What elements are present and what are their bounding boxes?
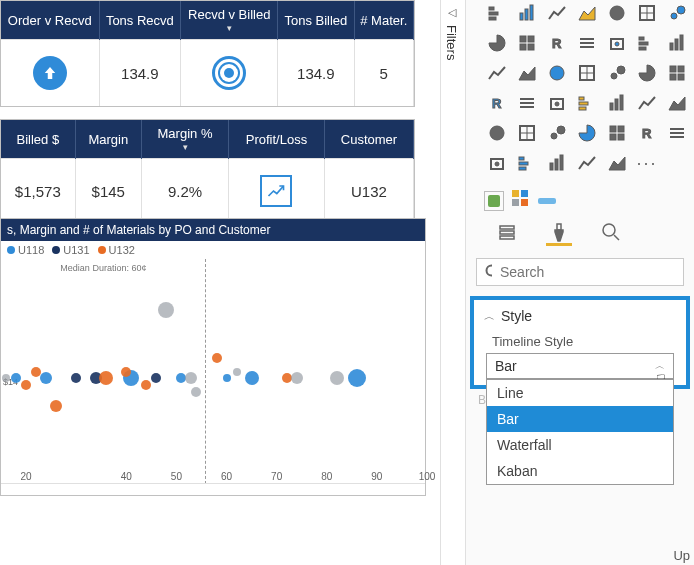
card-icon[interactable] (514, 90, 540, 116)
timeline-style-dropdown[interactable]: Bar ︿ ☟ LineBarWaterfallKaban (486, 353, 674, 379)
powerapps-icon[interactable] (664, 120, 690, 146)
funnel-icon[interactable] (634, 60, 660, 86)
filled-map-icon[interactable] (604, 60, 630, 86)
data-point[interactable] (245, 371, 259, 385)
r-visual-icon[interactable] (664, 90, 690, 116)
key-influencer-icon[interactable] (514, 120, 540, 146)
paginated-icon[interactable] (604, 120, 630, 146)
col-header[interactable]: Tons Billed (278, 1, 354, 40)
donut-icon[interactable] (514, 60, 540, 86)
multi-row-card-icon[interactable] (544, 90, 570, 116)
format-tab[interactable] (546, 220, 572, 246)
data-point[interactable] (348, 369, 366, 387)
data-point[interactable] (191, 387, 201, 397)
col-header[interactable]: Margin (75, 120, 141, 159)
scatter-chart-visual[interactable]: s, Margin and # of Materials by PO and C… (0, 218, 426, 496)
col-header[interactable]: Order v Recvd (1, 1, 99, 40)
line-toggle-icon[interactable] (538, 198, 556, 204)
more-icon[interactable]: ··· (634, 150, 660, 176)
area-chart-icon[interactable] (514, 30, 540, 56)
arcgis-icon[interactable]: R (634, 120, 660, 146)
python-icon[interactable] (484, 120, 510, 146)
expand-pane-icon[interactable]: ◁ (448, 6, 456, 19)
data-point[interactable] (330, 371, 344, 385)
treemap-icon[interactable] (544, 60, 570, 86)
data-point[interactable] (212, 353, 222, 363)
stacked-column-icon[interactable] (544, 0, 570, 26)
anomaly-icon[interactable] (604, 150, 630, 176)
svg-rect-32 (678, 66, 684, 72)
line-chart-icon[interactable] (484, 30, 510, 56)
get-visual-icon[interactable] (484, 191, 504, 211)
matrix-icon[interactable] (634, 90, 660, 116)
col-header[interactable]: Profit/Loss (229, 120, 325, 159)
data-point[interactable] (40, 372, 52, 384)
scatter-icon[interactable] (664, 30, 690, 56)
data-point[interactable] (99, 371, 113, 385)
col-header[interactable]: Margin %▾ (141, 120, 228, 159)
svg-rect-5 (530, 5, 533, 20)
page-nav-icon[interactable] (544, 150, 570, 176)
hierarchy-icon[interactable] (484, 150, 510, 176)
clustered-column-icon[interactable] (574, 0, 600, 26)
qna-icon[interactable] (574, 120, 600, 146)
dropdown-option[interactable]: Waterfall (487, 432, 673, 458)
data-point[interactable] (151, 373, 161, 383)
dropdown-option[interactable]: Bar (487, 406, 673, 432)
kpi-table-bottom[interactable]: Billed $ Margin Margin %▾ Profit/Loss Cu… (0, 119, 415, 224)
data-point[interactable] (50, 400, 62, 412)
col-header[interactable]: Customer (324, 120, 413, 159)
col-header[interactable]: Billed $ (1, 120, 75, 159)
svg-rect-0 (489, 7, 494, 10)
clustered-bar-icon[interactable] (514, 0, 540, 26)
table-icon[interactable] (604, 90, 630, 116)
svg-rect-42 (615, 99, 618, 110)
format-search[interactable] (476, 258, 684, 286)
svg-point-74 (487, 266, 493, 276)
100pct-bar-icon[interactable] (604, 0, 630, 26)
decomposition-icon[interactable] (544, 120, 570, 146)
line-clustered-icon[interactable] (604, 30, 630, 56)
col-header[interactable]: # Mater. (354, 1, 413, 40)
grid-toggle-icon[interactable] (512, 190, 530, 212)
chart-plot-area[interactable]: Median Duration: 60¢ $14 204050607080901… (1, 259, 425, 484)
kpi-table-top[interactable]: Order v Recvd Tons Recvd Recvd v Billed▾… (0, 0, 415, 107)
waterfall-icon[interactable] (634, 30, 660, 56)
col-header[interactable]: Tons Recvd (99, 1, 181, 40)
data-point[interactable] (233, 368, 241, 376)
search-input[interactable] (500, 264, 675, 280)
style-section-header[interactable]: ︿ Style (484, 308, 676, 324)
svg-rect-71 (557, 224, 561, 230)
stacked-bar-icon[interactable] (484, 0, 510, 26)
data-point[interactable] (141, 380, 151, 390)
line-column-icon[interactable] (574, 30, 600, 56)
data-point[interactable] (223, 374, 231, 382)
chat-icon[interactable] (514, 150, 540, 176)
data-point[interactable] (21, 380, 31, 390)
data-point[interactable] (31, 367, 41, 377)
map-icon[interactable] (574, 60, 600, 86)
ribbon-icon[interactable] (664, 0, 690, 26)
col-header[interactable]: Recvd v Billed▾ (181, 1, 278, 40)
dropdown-option[interactable]: Line (487, 380, 673, 406)
100pct-column-icon[interactable] (634, 0, 660, 26)
data-point[interactable] (158, 302, 174, 318)
data-point[interactable] (71, 373, 81, 383)
data-point[interactable] (121, 367, 131, 377)
gauge-icon[interactable] (664, 60, 690, 86)
scroll-up-link[interactable]: Up (673, 548, 690, 563)
data-point[interactable] (185, 372, 197, 384)
data-point[interactable] (11, 373, 21, 383)
pie-icon[interactable] (484, 60, 510, 86)
svg-rect-50 (610, 126, 616, 132)
filters-pane-collapsed[interactable]: ◁ Filters (440, 0, 462, 565)
fields-tab[interactable] (494, 220, 520, 246)
stacked-area-icon[interactable]: R (544, 30, 570, 56)
svg-rect-41 (610, 103, 613, 110)
slicer-icon[interactable] (574, 90, 600, 116)
smart-narrative-icon[interactable] (574, 150, 600, 176)
dropdown-option[interactable]: Kaban (487, 458, 673, 484)
analytics-tab[interactable] (598, 220, 624, 246)
kpi-icon[interactable]: R (484, 90, 510, 116)
data-point[interactable] (291, 372, 303, 384)
